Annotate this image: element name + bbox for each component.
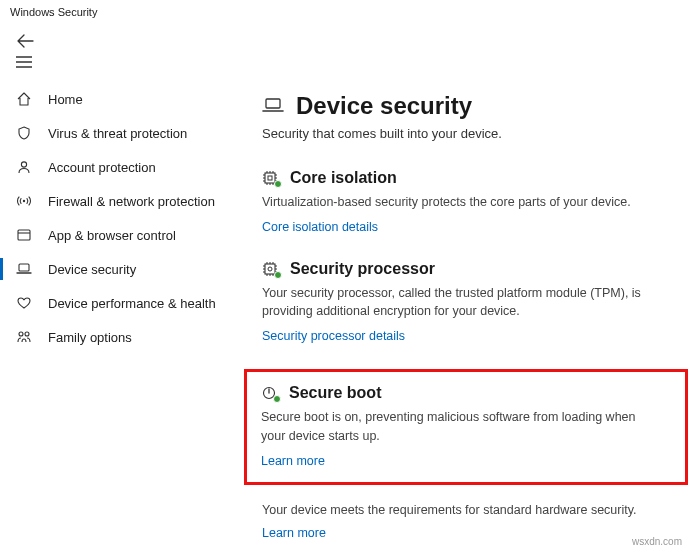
processor-icon	[262, 261, 280, 277]
back-button[interactable]	[16, 34, 690, 48]
section-core-isolation: Core isolation Virtualization-based secu…	[262, 169, 682, 234]
sidebar: Home Virus & threat protection Account p…	[0, 78, 240, 553]
svg-rect-2	[18, 230, 30, 240]
laptop-icon	[16, 261, 34, 277]
antenna-icon	[16, 193, 34, 209]
shield-icon	[16, 125, 34, 141]
section-title: Secure boot	[289, 384, 381, 402]
sidebar-item-label: Firewall & network protection	[48, 194, 215, 209]
sidebar-item-account[interactable]: Account protection	[0, 150, 240, 184]
laptop-icon	[262, 96, 284, 116]
section-security-processor: Security processor Your security process…	[262, 260, 682, 343]
svg-point-5	[25, 332, 29, 336]
footer-status: Your device meets the requirements for s…	[262, 503, 682, 517]
security-processor-details-link[interactable]: Security processor details	[262, 329, 405, 343]
svg-rect-3	[19, 264, 29, 271]
section-body: Your security processor, called the trus…	[262, 284, 652, 320]
sidebar-item-label: Device performance & health	[48, 296, 216, 311]
sidebar-item-family[interactable]: Family options	[0, 320, 240, 354]
svg-point-0	[21, 162, 26, 167]
sidebar-item-label: Device security	[48, 262, 136, 277]
hamburger-menu[interactable]	[0, 52, 700, 78]
sidebar-item-label: App & browser control	[48, 228, 176, 243]
highlighted-section: Secure boot Secure boot is on, preventin…	[244, 369, 688, 484]
page-title: Device security	[296, 92, 472, 120]
svg-point-1	[23, 200, 25, 202]
home-icon	[16, 91, 34, 107]
section-title: Core isolation	[290, 169, 397, 187]
svg-rect-8	[268, 176, 272, 180]
svg-rect-6	[266, 99, 280, 108]
page-subtitle: Security that comes built into your devi…	[262, 126, 682, 141]
sidebar-item-firewall[interactable]: Firewall & network protection	[0, 184, 240, 218]
window-title: Windows Security	[0, 0, 700, 28]
app-icon	[16, 227, 34, 243]
sidebar-item-label: Home	[48, 92, 83, 107]
person-icon	[16, 159, 34, 175]
sidebar-item-performance[interactable]: Device performance & health	[0, 286, 240, 320]
sidebar-item-label: Family options	[48, 330, 132, 345]
sidebar-item-device-security[interactable]: Device security	[0, 252, 240, 286]
sidebar-item-virus[interactable]: Virus & threat protection	[0, 116, 240, 150]
section-title: Security processor	[290, 260, 435, 278]
power-icon	[261, 385, 279, 401]
secure-boot-learn-more-link[interactable]: Learn more	[261, 454, 325, 468]
svg-point-10	[268, 267, 272, 271]
chip-icon	[262, 170, 280, 186]
main-content: Device security Security that comes buil…	[240, 78, 700, 553]
family-icon	[16, 329, 34, 345]
sidebar-item-label: Virus & threat protection	[48, 126, 187, 141]
watermark: wsxdn.com	[632, 536, 682, 547]
section-body: Virtualization-based security protects t…	[262, 193, 652, 211]
heart-icon	[16, 295, 34, 311]
sidebar-item-label: Account protection	[48, 160, 156, 175]
sidebar-item-app-browser[interactable]: App & browser control	[0, 218, 240, 252]
sidebar-item-home[interactable]: Home	[0, 82, 240, 116]
footer-learn-more-link[interactable]: Learn more	[262, 526, 326, 540]
core-isolation-details-link[interactable]: Core isolation details	[262, 220, 378, 234]
svg-point-4	[19, 332, 23, 336]
section-body: Secure boot is on, preventing malicious …	[261, 408, 651, 444]
